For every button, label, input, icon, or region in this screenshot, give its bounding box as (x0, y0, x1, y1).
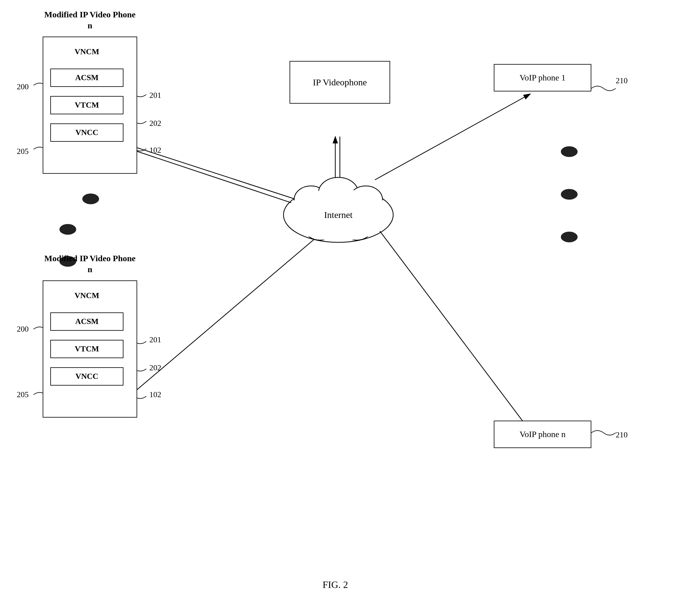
ref-205-top: 205 (17, 147, 29, 156)
vtcm-bottom: VTCM (50, 340, 124, 358)
svg-text:Internet: Internet (324, 210, 353, 220)
vncm-bottom: VNCM (50, 287, 124, 305)
ref-102-bot: 102 (149, 390, 161, 399)
vtcm-top: VTCM (50, 96, 124, 114)
svg-line-7 (378, 228, 530, 431)
internet-cloud: Internet (274, 177, 402, 253)
ref-202-top: 202 (149, 119, 161, 128)
dot-5 (561, 189, 578, 200)
dot-2 (60, 224, 76, 235)
dot-4 (561, 146, 578, 157)
acsm-top: ACSM (50, 69, 124, 87)
vncc-top: VNCC (50, 124, 124, 142)
device-bottom-title: Modified IP Video Phone n (44, 253, 136, 275)
ref-210-1: 210 (616, 76, 628, 85)
diagram: Modified IP Video Phone n VNCM ACSM VTCM… (0, 0, 691, 616)
svg-line-6 (375, 94, 530, 180)
voip-phone-1-box: VoIP phone 1 (494, 64, 591, 91)
figure-label: FIG. 2 (305, 579, 366, 590)
ip-videophone-box: IP Videophone (290, 61, 390, 104)
ref-210-n: 210 (616, 431, 628, 440)
ref-202-bot: 202 (149, 363, 161, 372)
dot-6 (561, 232, 578, 242)
ref-200-bot: 200 (17, 325, 29, 334)
vncm-top: VNCM (50, 43, 124, 61)
ref-200-top: 200 (17, 82, 29, 91)
device-top-title: Modified IP Video Phone n (44, 9, 136, 31)
dot-1 (82, 194, 99, 204)
acsm-bottom: ACSM (50, 312, 124, 331)
ref-205-bot: 205 (17, 390, 29, 399)
ref-201-top: 201 (149, 91, 161, 100)
ref-201-bot: 201 (149, 335, 161, 345)
vncc-bottom: VNCC (50, 367, 124, 386)
voip-phone-n-box: VoIP phone n (494, 421, 591, 448)
ref-102-top: 102 (149, 146, 161, 155)
